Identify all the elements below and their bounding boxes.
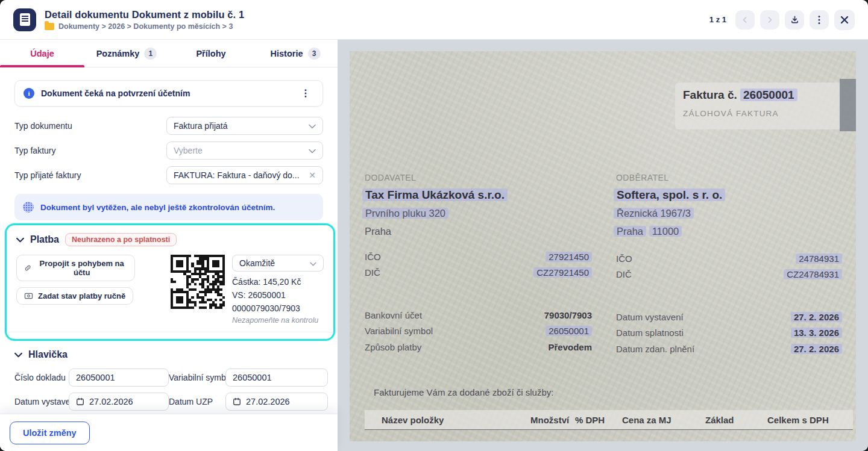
- supplier-ico-value: 27921450: [365, 252, 592, 262]
- chevron-right-icon: [766, 16, 773, 23]
- typ-faktury-select[interactable]: Vyberte: [166, 142, 323, 160]
- status-card: i Dokument čeká na potvrzení účetním ⋮: [14, 80, 323, 107]
- breadcrumb-path: Dokumenty > 2026 > Dokumenty po měsících…: [58, 22, 233, 31]
- invoice-number: Faktura č. 26050001: [683, 89, 797, 102]
- calendar-icon: [76, 397, 84, 406]
- datum-vystaveni-label: Datum vystavení: [14, 397, 69, 406]
- banknote-icon: [24, 292, 33, 300]
- variabilni-symbol-label: Variabilní symbol: [169, 373, 225, 382]
- link-bank-movement-button[interactable]: Propojit s pohybem na účtu: [16, 255, 135, 281]
- customer-name: Softera, spol. s r. o.: [614, 188, 725, 202]
- link-icon: [24, 264, 31, 272]
- status-menu-button[interactable]: ⋮: [297, 86, 314, 101]
- supplier-heading: DODAVATEL: [365, 173, 416, 182]
- close-button[interactable]: [834, 10, 855, 30]
- tab-content: i Dokument čeká na potvrzení účetním ⋮ T…: [0, 67, 338, 451]
- due-date-value: 13. 3. 2026: [616, 328, 842, 338]
- calendar-icon: [233, 397, 241, 406]
- clear-icon[interactable]: ✕: [309, 170, 316, 180]
- photo-scrollbar-thumb: [840, 79, 856, 131]
- payment-amount: Částka: 145,20 Kč: [232, 277, 324, 287]
- historie-count-badge: 3: [308, 48, 321, 60]
- ocr-info-banner: Dokument byl vytěžen, ale nebyl ještě zk…: [14, 194, 323, 220]
- chevron-down-icon: [310, 258, 316, 268]
- bank-account-value: 79030/7903: [365, 310, 592, 320]
- detail-panel: Údaje Poznámky1 Přílohy Historie3 i Doku…: [0, 40, 338, 451]
- payment-status-badge: Neuhrazeno a po splatnosti: [65, 233, 177, 246]
- document-icon: [13, 8, 36, 31]
- qr-code: [171, 255, 225, 309]
- tab-poznamky[interactable]: Poznámky1: [84, 40, 169, 67]
- customer-ico-value: 24784931: [616, 253, 842, 264]
- payment-account: 0000079030/7903: [232, 303, 324, 313]
- extracted-invoice-number: 26050001: [740, 89, 797, 101]
- col-item-name: Název položky: [382, 415, 444, 425]
- form-row-typ-faktury: Typ faktury Vyberte: [14, 142, 323, 160]
- invoice-photo[interactable]: Faktura č. 26050001 ZÁLOHOVÁ FAKTURA DOD…: [350, 51, 856, 441]
- download-button[interactable]: [785, 10, 804, 30]
- invoice-subtitle: ZÁLOHOVÁ FAKTURA: [683, 109, 779, 118]
- typ-dokumentu-label: Typ dokumentu: [14, 121, 72, 131]
- info-icon: i: [24, 88, 34, 99]
- prev-document-button[interactable]: [735, 10, 755, 30]
- datum-uzp-input[interactable]: 27.02.2026: [225, 393, 328, 411]
- form-row-typ-dokumentu: Typ dokumentu Faktura přijatá: [14, 117, 323, 135]
- status-text: Dokument čeká na potvrzení účetním: [41, 89, 190, 98]
- payment-section-highlighted: Platba Neuhrazeno a po splatnosti Propoj…: [5, 223, 335, 341]
- chevron-down-icon: [309, 146, 316, 155]
- manual-payment-status-button[interactable]: Zadat stav platby ručně: [16, 287, 133, 305]
- supplier-dic-value: CZ27921450: [365, 267, 592, 278]
- typ-dokumentu-select[interactable]: Faktura přijatá: [166, 117, 323, 135]
- customer-dic-value: CZ24784931: [616, 269, 842, 279]
- invoice-intro-text: Fakturujeme Vám za dodané zboží či služb…: [374, 387, 553, 397]
- more-actions-button[interactable]: [810, 10, 829, 30]
- chevron-left-icon: [741, 16, 749, 23]
- panel-footer: Uložit změny: [0, 414, 338, 451]
- cislo-dokladu-label: Číslo dokladu: [14, 373, 69, 382]
- breadcrumb[interactable]: Dokumenty > 2026 > Dokumenty po měsících…: [45, 22, 244, 31]
- customer-zip: 11000: [649, 226, 682, 237]
- tab-historie[interactable]: Historie3: [253, 40, 338, 67]
- datum-uzp-label: Datum UZP: [169, 397, 225, 406]
- next-document-button[interactable]: [760, 10, 779, 30]
- col-base: Základ: [705, 415, 734, 425]
- top-bar: Detail dokumentu Dokument z mobilu č. 1 …: [0, 0, 868, 40]
- kebab-icon: [818, 15, 820, 25]
- col-total-vat: Celkem s DPH: [767, 415, 829, 425]
- typ-prijate-faktury-select[interactable]: FAKTURA: Faktura - daňový do... ✕: [166, 166, 323, 184]
- payment-method-value: Převodem: [365, 342, 592, 352]
- tab-bar: Údaje Poznámky1 Přílohy Historie3: [0, 40, 338, 67]
- save-button[interactable]: Uložit změny: [10, 421, 90, 444]
- tab-prilohy[interactable]: Přílohy: [169, 40, 253, 67]
- hlavicka-section-title: Hlavička: [28, 349, 68, 360]
- tab-udaje[interactable]: Údaje: [0, 40, 84, 67]
- chevron-down-icon: [309, 121, 316, 131]
- datum-vystaveni-input[interactable]: 27.02.2026: [69, 393, 169, 411]
- variable-symbol-value: 26050001: [365, 326, 592, 336]
- col-vat: % DPH: [575, 415, 605, 425]
- col-unit-price: Cena za MJ: [622, 415, 671, 425]
- download-icon: [790, 15, 799, 24]
- payment-vs: VS: 26050001: [232, 290, 324, 300]
- payment-timing-select[interactable]: Okamžitě: [232, 255, 324, 272]
- hlavicka-section-header: Hlavička: [14, 349, 323, 360]
- form-row-typ-prijate-faktury: Typ přijaté faktury FAKTURA: Faktura - d…: [14, 166, 323, 184]
- customer-city: Praha 11000: [614, 226, 682, 237]
- ocr-info-text: Dokument byl vytěžen, ale nebyl ještě zk…: [40, 203, 275, 212]
- supplier-city: Praha: [365, 226, 391, 237]
- variabilni-symbol-input[interactable]: 26050001: [225, 369, 328, 387]
- document-detail-window: Detail dokumentu Dokument z mobilu č. 1 …: [0, 0, 868, 451]
- close-icon: [840, 15, 849, 25]
- cislo-dokladu-input[interactable]: 26050001: [69, 369, 169, 387]
- collapse-chevron-icon[interactable]: [16, 237, 24, 243]
- typ-prijate-faktury-label: Typ přijaté faktury: [14, 170, 81, 180]
- payment-note: Nezapomeňte na kontrolu: [232, 316, 324, 325]
- typ-faktury-label: Typ faktury: [14, 146, 55, 155]
- col-quantity: Množství: [530, 415, 569, 425]
- supplier-street: Prvního pluku 320: [362, 208, 448, 219]
- supplier-name: Tax Firma Ukázková s.r.o.: [362, 188, 508, 202]
- poznamky-count-badge: 1: [144, 48, 157, 60]
- collapse-chevron-icon[interactable]: [14, 352, 22, 358]
- tax-date-value: 27. 2. 2026: [616, 344, 842, 354]
- document-preview-area: Faktura č. 26050001 ZÁLOHOVÁ FAKTURA DOD…: [338, 40, 868, 451]
